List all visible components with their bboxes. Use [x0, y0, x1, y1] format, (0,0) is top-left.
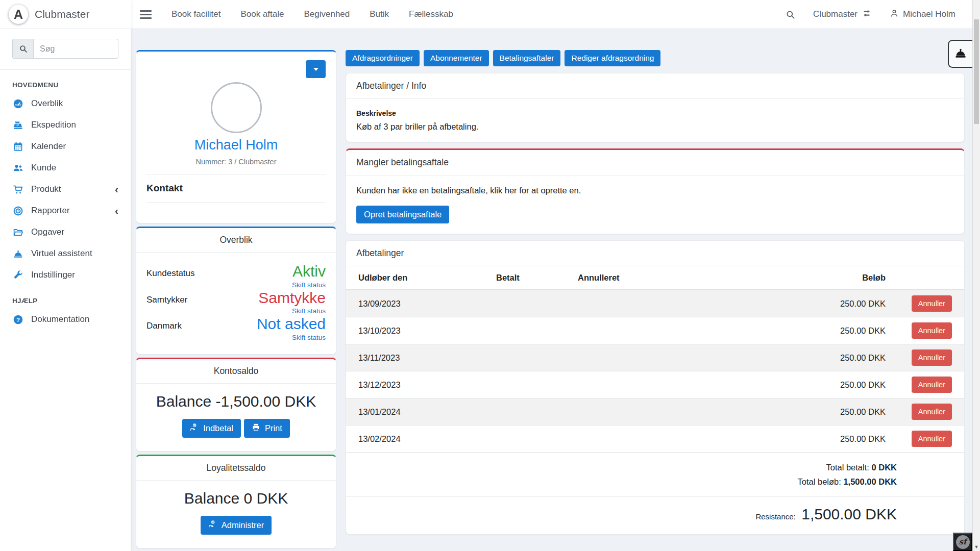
resistance-row: Resistance: 1,500.00 DKK [346, 496, 964, 534]
brand-name: Clubmaster [35, 8, 89, 20]
total-paid-value: 0 DKK [871, 463, 897, 472]
sidebar-item-dokumentation[interactable]: ? Dokumentation [0, 309, 131, 330]
scrollbar-down-arrow[interactable] [973, 544, 980, 549]
total-paid-line: Total betalt: 0 DKK [356, 460, 897, 474]
scrollbar-thumb[interactable] [974, 19, 979, 124]
symfony-debug-toolbar-toggle[interactable]: sf [953, 533, 972, 551]
sidebar-item-produkt[interactable]: Produkt [0, 179, 131, 200]
top-nav-links: Book facilitet Book aftale Begivenhed Bu… [172, 9, 453, 19]
club-switcher[interactable]: Clubmaster [813, 9, 872, 20]
sidebar-item-kunde[interactable]: Kunde [0, 157, 131, 179]
nav-link-book-facilitet[interactable]: Book facilitet [172, 9, 220, 19]
table-row: 13/12/2023 250.00 DKK Annuller [346, 371, 964, 398]
cancel-installment-button[interactable]: Annuller [912, 377, 952, 393]
print-button[interactable]: Print [244, 419, 290, 438]
cancel-installment-button[interactable]: Annuller [912, 404, 952, 420]
status-value: Not asked [257, 315, 326, 333]
table-row: 13/02/2024 250.00 DKK Annuller [346, 425, 964, 453]
table-header-row: Udløber den Betalt Annulleret Beløb [346, 266, 964, 290]
sidebar-item-opgaver[interactable]: Opgaver [0, 221, 131, 243]
sidebar-item-label: Dokumentation [31, 314, 118, 324]
chevron-left-icon [115, 184, 118, 195]
cell-date: 13/02/2024 [358, 434, 496, 444]
skift-status-link[interactable]: Skift status [292, 307, 326, 315]
nav-link-book-aftale[interactable]: Book aftale [240, 9, 284, 19]
sidebar-item-label: Ekspedition [31, 120, 118, 130]
sidebar-item-rapporter[interactable]: Rapporter [0, 200, 131, 221]
cell-date: 13/10/2023 [358, 326, 496, 336]
col-header-udlober-den: Udløber den [358, 273, 496, 283]
table-row: 13/09/2023 250.00 DKK Annuller [346, 290, 964, 317]
resistance-label: Resistance: [755, 512, 795, 521]
sidebar-item-label: Rapporter [31, 206, 107, 216]
row-label: Samtykker [146, 289, 187, 316]
table-row: 13/10/2023 250.00 DKK Annuller [346, 317, 964, 344]
cloche-icon [954, 46, 967, 61]
table-row: 13/01/2024 250.00 DKK Annuller [346, 398, 964, 425]
cancel-installment-button[interactable]: Annuller [912, 431, 952, 447]
overview-row-samtykker: Samtykker Samtykke Skift status [146, 289, 326, 316]
vertical-scrollbar[interactable] [972, 0, 980, 551]
nav-link-begivenhed[interactable]: Begivenhed [304, 9, 350, 19]
virtual-assistant-toggle[interactable] [948, 40, 972, 68]
wrench-icon [12, 269, 23, 281]
account-balance-title: Kontosaldo [136, 359, 336, 384]
cell-date: 13/12/2023 [358, 380, 496, 390]
skift-status-link[interactable]: Skift status [292, 334, 326, 341]
cell-date: 13/11/2023 [358, 353, 496, 363]
navbar-search-icon[interactable] [786, 10, 795, 19]
overview-row-danmark: Danmark Not asked Skift status [146, 315, 326, 342]
col-header-betalt: Betalt [496, 273, 578, 283]
navbar-right: Clubmaster Michael Holm [786, 9, 965, 20]
table-body: 13/09/2023 250.00 DKK Annuller 13/10/202… [346, 290, 964, 453]
hamburger-menu-icon[interactable] [140, 10, 152, 19]
manage-loyalty-button[interactable]: $ Administrer [201, 516, 272, 535]
installments-info-panel: Afbetalinger / Info Beskrivelse Køb af 3… [346, 73, 965, 142]
sidebar-item-overblik[interactable]: Overblik [0, 93, 131, 114]
top-navbar: Book facilitet Book aftale Begivenhed Bu… [131, 0, 980, 29]
chevron-left-icon [115, 205, 118, 216]
cancel-installment-button[interactable]: Annuller [912, 349, 952, 366]
betalingsaftaler-button[interactable]: Betalingsaftaler [493, 50, 561, 66]
cancel-installment-button[interactable]: Annuller [912, 295, 952, 312]
abonnementer-button[interactable]: Abonnementer [424, 50, 489, 66]
row-label: Kundestatus [146, 263, 195, 289]
sidebar-search [12, 39, 118, 59]
table-row: 13/11/2023 250.00 DKK Annuller [346, 344, 964, 371]
search-input[interactable] [33, 39, 118, 59]
deposit-button[interactable]: $ Indbetal [182, 419, 241, 438]
skift-status-link[interactable]: Skift status [292, 281, 326, 289]
panel-title: Mangler betalingsaftale [346, 150, 964, 176]
brand[interactable]: A Clubmaster [0, 0, 131, 29]
customer-column: Michael Holm Nummer: 3 / Clubmaster Kont… [136, 50, 336, 551]
sidebar-item-label: Virtuel assistent [31, 248, 118, 259]
sidebar-item-ekspedition[interactable]: Ekspedition [0, 114, 131, 136]
col-header-belob: Beløb [732, 273, 886, 283]
customer-name-link[interactable]: Michael Holm [146, 137, 326, 153]
afdragsordninger-button[interactable]: Afdragsordninger [346, 50, 420, 66]
user-menu[interactable]: Michael Holm [890, 9, 955, 20]
overview-card: Overblik Kundestatus Aktiv Skift status … [136, 227, 336, 355]
cancel-installment-button[interactable]: Annuller [912, 322, 952, 339]
total-amount-value: 1,500.00 DKK [843, 477, 897, 486]
cell-amount: 250.00 DKK [732, 380, 886, 390]
panel-title: Afbetalinger [346, 241, 964, 266]
sidebar-item-indstillinger[interactable]: Indstillinger [0, 264, 131, 286]
cell-amount: 250.00 DKK [732, 299, 886, 309]
loyalty-balance-card: Loyalitetssaldo Balance 0 DKK $ Administ… [136, 455, 336, 548]
nav-link-butik[interactable]: Butik [370, 9, 389, 19]
nav-link-faellesskab[interactable]: Fællesskab [409, 9, 453, 19]
sidebar-item-kalender[interactable]: Kalender [0, 136, 131, 157]
manage-label: Administrer [222, 520, 264, 530]
description-text: Køb af 3 par briller på afbetaling. [356, 122, 954, 132]
rediger-afdragsordning-button[interactable]: Rediger afdragsordning [565, 50, 660, 66]
create-payment-agreement-button[interactable]: Opret betalingsaftale [356, 206, 449, 223]
exchange-icon [862, 9, 872, 20]
person-icon [890, 9, 899, 20]
account-balance-value: Balance -1,500.00 DKK [146, 393, 326, 410]
sidebar-item-label: Kalender [31, 141, 118, 152]
symfony-logo-icon: sf [956, 535, 970, 549]
profile-actions-dropdown[interactable] [306, 60, 326, 78]
sidebar-item-virtuel-assistent[interactable]: Virtuel assistent [0, 243, 131, 264]
club-switcher-label: Clubmaster [813, 9, 857, 19]
